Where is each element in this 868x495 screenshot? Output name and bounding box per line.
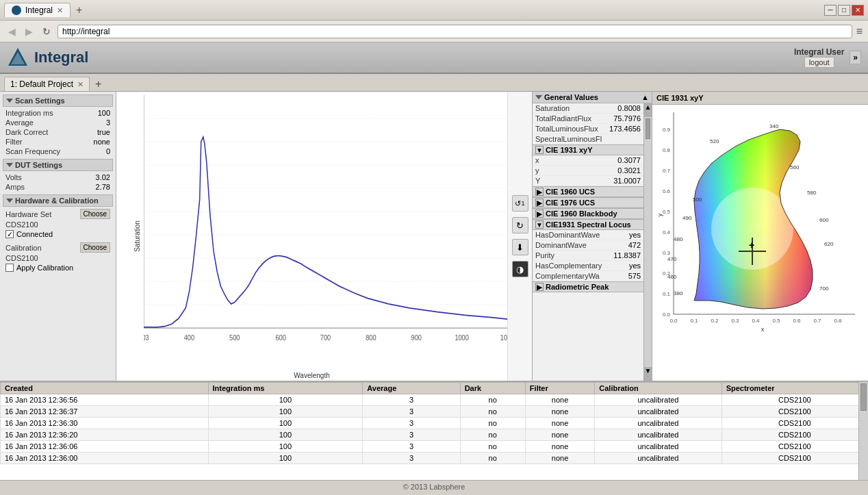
y-value: 0.3021	[617, 166, 641, 175]
cie-chart-area: 0.0 0.1 0.2 0.3 0.4 0.5 0.6 0.7 0.8 0.9 …	[652, 105, 868, 351]
data-panel-scrollbar[interactable]: ▲ ▼	[643, 103, 652, 381]
x-axis-label: Wavelength	[294, 372, 329, 379]
reload-button[interactable]: ↻	[40, 25, 53, 38]
integration-value: 100	[98, 109, 110, 117]
cell-calibration: uncalibrated	[595, 429, 722, 441]
cie1931-xyy-section[interactable]: ▼ CIE 1931 xyY	[533, 144, 643, 155]
total-luminous-row: TotalLuminousFlux 173.4656	[533, 124, 643, 134]
spectral-label: SpectralLuminousFl	[535, 135, 602, 143]
radiometric-section[interactable]: ▶ Radiometric Peak	[533, 281, 643, 292]
scroll-up-btn[interactable]: ▲	[644, 103, 652, 117]
connected-checkbox[interactable]: ✓	[5, 230, 14, 238]
project-tab-bar: 1: Default Project ✕ +	[0, 74, 868, 92]
cie1960-ucs-toggle[interactable]: ▶	[535, 188, 544, 196]
invert-icon[interactable]: ◑	[512, 261, 528, 277]
cie1960-blackbody-toggle[interactable]: ▶	[535, 210, 544, 218]
connected-label: Connected	[16, 230, 53, 238]
cell-integration: 100	[208, 429, 363, 441]
table-scrollbar-thumb[interactable]	[860, 383, 867, 411]
logout-button[interactable]: logout	[804, 57, 834, 68]
scroll-down-btn[interactable]: ▼	[644, 367, 652, 381]
table-scrollbar[interactable]	[858, 382, 868, 480]
svg-text:0.3: 0.3	[731, 318, 739, 324]
forward-button[interactable]: ▶	[23, 25, 36, 38]
collapse-panel-button[interactable]: »	[850, 51, 861, 64]
user-info: Integral User logout	[794, 47, 844, 68]
app-header: Integral Integral User logout »	[0, 42, 868, 74]
add-project-button[interactable]: +	[92, 78, 104, 90]
browser-menu-button[interactable]: ≡	[856, 25, 863, 38]
complementary-value: 575	[628, 272, 641, 280]
address-input[interactable]	[58, 25, 852, 38]
results-table: Created Integration ms Average Dark Filt…	[0, 382, 868, 464]
cell-spectrometer: CDS2100	[722, 406, 867, 418]
cie1931-spectral-toggle[interactable]: ▼	[535, 220, 544, 229]
calibration-choose-button[interactable]: Choose	[80, 242, 110, 253]
cell-integration: 100	[208, 441, 363, 453]
svg-text:1000: 1000	[455, 333, 469, 342]
footer-text: © 2013 Labsphere	[403, 483, 465, 491]
browser-tab[interactable]: Integral ✕	[4, 3, 71, 17]
tab-close-button[interactable]: ✕	[57, 6, 63, 15]
app-logo: Integral	[7, 47, 88, 68]
minimize-button[interactable]: ─	[824, 5, 837, 16]
complementary-label: ComplementaryWa	[535, 272, 600, 280]
close-button[interactable]: ✕	[852, 5, 864, 16]
radiometric-toggle[interactable]: ▶	[535, 283, 544, 291]
dominant-wave-label: DominantWave	[535, 241, 587, 249]
apply-cal-checkbox[interactable]	[5, 264, 14, 272]
refresh-icon[interactable]: ↻	[512, 217, 528, 233]
project-tab-close[interactable]: ✕	[77, 80, 84, 89]
cell-filter: none	[525, 406, 594, 418]
table-row[interactable]: 16 Jan 2013 12:36:30 100 3 no none uncal…	[1, 418, 868, 429]
rotate-icon[interactable]: ↺1	[512, 195, 528, 212]
scan-settings-header[interactable]: Scan Settings	[3, 94, 113, 107]
scroll-up-icon[interactable]: ▲	[641, 93, 649, 101]
cell-created: 16 Jan 2013 12:36:30	[1, 418, 209, 429]
cell-average: 3	[363, 406, 460, 418]
svg-text:0.4: 0.4	[663, 229, 671, 236]
svg-text:0.5: 0.5	[663, 209, 671, 215]
left-panel: Scan Settings Integration ms 100 Average…	[0, 92, 116, 381]
hardware-choose-button[interactable]: Choose	[80, 209, 110, 219]
hardware-set-label: Hardware Set	[5, 210, 51, 218]
table-row[interactable]: 16 Jan 2013 12:36:37 100 3 no none uncal…	[1, 406, 868, 418]
svg-text:900: 900	[411, 333, 422, 342]
hardware-cal-header[interactable]: Hardware & Calibration	[3, 194, 113, 207]
cie1976-ucs-toggle[interactable]: ▶	[535, 199, 544, 207]
table-row[interactable]: 16 Jan 2013 12:36:56 100 3 no none uncal…	[1, 394, 868, 406]
dut-settings-header[interactable]: DUT Settings	[3, 159, 113, 171]
table-row[interactable]: 16 Jan 2013 12:36:00 100 3 no none uncal…	[1, 453, 868, 464]
download-icon[interactable]: ⬇	[512, 239, 528, 255]
cell-filter: none	[525, 453, 594, 464]
svg-text:560: 560	[790, 164, 800, 170]
scrollbar-thumb[interactable]	[646, 118, 650, 139]
svg-text:0.0: 0.0	[669, 318, 678, 324]
y-row: y 0.3021	[533, 166, 643, 176]
cell-calibration: uncalibrated	[595, 418, 722, 429]
back-button[interactable]: ◀	[5, 25, 18, 38]
cie1931-spectral-section[interactable]: ▼ CIE1931 Spectral Locus	[533, 219, 643, 230]
cie1931-xyy-toggle[interactable]: ▼	[535, 146, 544, 154]
table-row[interactable]: 16 Jan 2013 12:36:06 100 3 no none uncal…	[1, 441, 868, 453]
svg-text:0.0: 0.0	[663, 312, 671, 318]
cell-integration: 100	[208, 418, 363, 429]
cie1960-blackbody-section[interactable]: ▶ CIE 1960 Blackbody	[533, 208, 643, 219]
cell-created: 16 Jan 2013 12:36:00	[1, 453, 209, 464]
cell-spectrometer: CDS2100	[722, 418, 867, 429]
Y-row: Y 31.0007	[533, 176, 643, 186]
svg-text:0.3: 0.3	[663, 250, 671, 256]
cie1976-ucs-section[interactable]: ▶ CIE 1976 UCS	[533, 197, 643, 208]
project-tab[interactable]: 1: Default Project ✕	[4, 77, 90, 91]
maximize-button[interactable]: □	[838, 5, 850, 16]
svg-text:380: 380	[674, 290, 683, 296]
scan-freq-value: 0	[106, 147, 110, 155]
total-radiant-label: TotalRadiantFlux	[535, 114, 591, 123]
cie1960-ucs-section[interactable]: ▶ CIE 1960 UCS	[533, 186, 643, 197]
dark-correct-value: true	[97, 128, 110, 136]
new-tab-button[interactable]: +	[73, 4, 85, 16]
scan-settings-label: Scan Settings	[15, 97, 65, 105]
total-radiant-row: TotalRadiantFlux 75.7976	[533, 114, 643, 124]
table-row[interactable]: 16 Jan 2013 12:36:20 100 3 no none uncal…	[1, 429, 868, 441]
average-value: 3	[106, 118, 110, 127]
